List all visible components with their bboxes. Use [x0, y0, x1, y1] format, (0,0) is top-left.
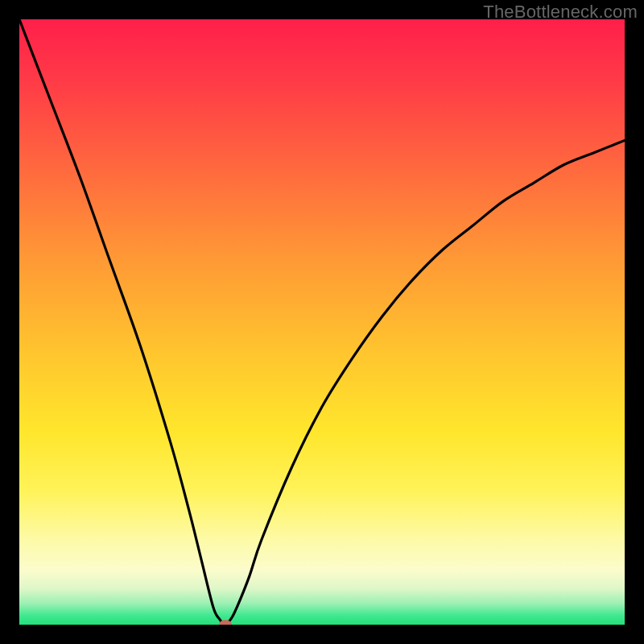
minimum-marker: [219, 620, 232, 625]
watermark-text: TheBottleneck.com: [483, 2, 638, 23]
bottleneck-curve: [19, 19, 625, 625]
chart-frame: TheBottleneck.com: [0, 0, 644, 644]
plot-area: [19, 19, 625, 625]
